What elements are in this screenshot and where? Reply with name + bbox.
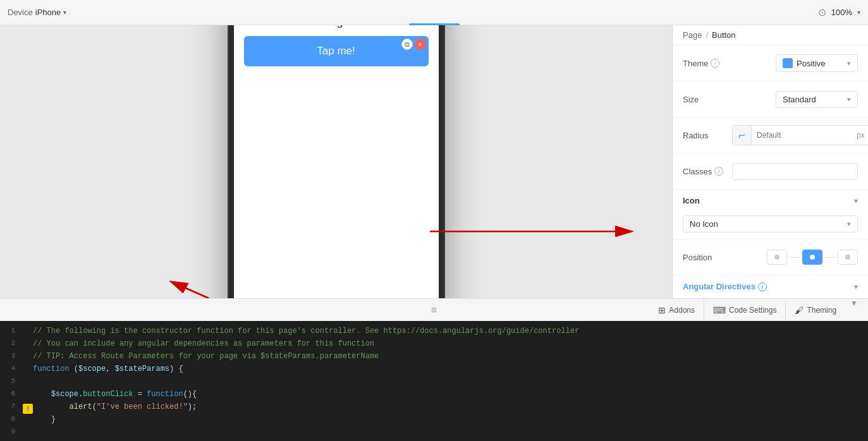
top-bar-right: ⊙ 100% ▾ <box>818 6 860 18</box>
classes-row: Classes i <box>683 160 858 183</box>
code-line-8: 8 } <box>0 414 868 427</box>
theme-value: Positive <box>797 59 826 68</box>
angular-collapse-icon[interactable]: ▾ <box>854 282 858 291</box>
code-line-9: 9 <box>0 427 868 440</box>
theme-control: Positive ▾ <box>732 54 858 72</box>
device-name: iPhone <box>35 8 61 17</box>
icon-dropdown-section: No Icon ▾ <box>673 209 868 239</box>
radius-row: Radius ⌐ px <box>683 124 858 147</box>
top-bar-center-indicator <box>409 0 460 25</box>
radius-label: Radius <box>683 131 727 140</box>
breadcrumb-current: Button <box>712 30 736 40</box>
angular-directives-header: Angular Directives i ▾ <box>673 275 868 296</box>
classes-info-icon[interactable]: i <box>714 167 723 176</box>
radius-section: Radius ⌐ px <box>673 118 868 154</box>
addons-button[interactable]: ⊞ Addons <box>649 299 704 322</box>
position-section: Position <box>673 239 868 275</box>
overlay-copy-button[interactable]: ⧉ <box>401 39 413 50</box>
addons-icon: ⊞ <box>658 305 666 315</box>
radius-corner-icon: ⌐ <box>733 126 752 145</box>
radius-field[interactable] <box>752 131 857 140</box>
icon-dropdown[interactable]: No Icon ▾ <box>683 215 858 233</box>
classes-section: Classes i <box>673 154 868 190</box>
icon-section-title: Icon <box>683 196 700 205</box>
zoom-level: 100% <box>831 8 852 17</box>
theme-dropdown[interactable]: Positive ▾ <box>776 54 858 72</box>
panel-breadcrumb: Page / Button <box>673 25 868 45</box>
size-section: Size Standard ▾ <box>673 82 868 118</box>
overlay-close-button[interactable]: × <box>415 39 426 50</box>
zoom-icon: ⊙ <box>818 6 826 18</box>
theme-label: Theme i <box>683 59 727 68</box>
breadcrumb-parent: Page <box>683 30 702 40</box>
tap-button-container: Tap me! ⧉ × <box>244 36 429 66</box>
position-left-dot <box>774 255 779 260</box>
main-area: ●●●●○ 📶 12:34 PM 100% Page Tap <box>0 25 868 298</box>
radius-control: ⌐ px <box>732 125 868 145</box>
right-panel: Page / Button Theme i Positive <box>672 25 868 298</box>
theme-info-icon[interactable]: i <box>711 59 719 68</box>
warning-icon: ! <box>23 404 33 414</box>
addons-label: Addons <box>669 306 695 315</box>
code-line-4: 4 function ($scope, $stateParams) { <box>0 364 868 377</box>
classes-label: Classes i <box>683 167 727 176</box>
position-center-dot <box>810 255 815 260</box>
size-value: Standard <box>783 95 816 104</box>
position-right-dot <box>845 255 850 260</box>
angular-directives-title: Angular Directives i <box>683 282 767 291</box>
position-center-button[interactable] <box>802 250 822 265</box>
theming-button[interactable]: 🖌 Theming <box>785 299 845 322</box>
position-label: Position <box>683 253 727 262</box>
iphone-screen: Page Tap me! ⧉ × <box>234 25 439 298</box>
position-separator-2 <box>825 257 835 258</box>
size-control: Standard ▾ <box>732 91 858 108</box>
code-settings-button[interactable]: ⌨ Code Settings <box>704 299 785 322</box>
code-line-7: 7 ! alert("I've been clicked!"); <box>0 402 868 414</box>
size-row: Size Standard ▾ <box>683 88 858 111</box>
icon-dropdown-arrow-icon: ▾ <box>847 220 851 228</box>
button-overlay-controls: ⧉ × <box>401 39 426 50</box>
classes-control <box>732 163 858 180</box>
position-separator <box>790 257 800 258</box>
position-controls <box>732 250 858 265</box>
theming-label: Theming <box>807 306 836 315</box>
toolbar-expand-icon[interactable]: ▼ <box>845 299 863 322</box>
theming-icon: 🖌 <box>795 305 804 315</box>
phone-page-title: Page <box>322 25 349 28</box>
device-label: Device <box>8 8 33 17</box>
device-chevron-icon: ▾ <box>63 9 66 16</box>
position-right-button[interactable] <box>838 250 858 265</box>
position-row: Position <box>683 246 858 269</box>
breadcrumb-separator: / <box>706 30 708 40</box>
size-dropdown-arrow-icon: ▾ <box>847 95 851 104</box>
classes-field[interactable] <box>732 163 858 180</box>
theme-color-dot <box>783 58 793 68</box>
radius-input-group: ⌐ px <box>732 125 868 145</box>
svg-line-4 <box>171 282 209 298</box>
angular-info-icon[interactable]: i <box>758 282 767 291</box>
resize-handle-icon: ≡ <box>431 305 437 316</box>
radius-unit: px <box>857 131 868 140</box>
code-settings-label: Code Settings <box>729 306 776 315</box>
code-line-6: 6 $scope.buttonClick = function(){ <box>0 389 868 402</box>
bottom-toolbar-wrapper: ≡ ⊞ Addons ⌨ Code Settings 🖌 Theming ▼ <box>0 298 868 321</box>
position-left-button[interactable] <box>767 250 787 265</box>
theme-dropdown-arrow-icon: ▾ <box>847 59 851 68</box>
code-line-1: 1 // The following is the constructor fu… <box>0 326 868 339</box>
code-line-3: 3 // TIP: Access Route Parameters for yo… <box>0 351 868 364</box>
code-settings-icon: ⌨ <box>713 305 726 315</box>
device-selector[interactable]: Device iPhone ▾ <box>8 8 66 17</box>
size-dropdown[interactable]: Standard ▾ <box>776 91 858 108</box>
icon-section-collapse-icon[interactable]: ▾ <box>854 196 858 205</box>
top-bar: Device iPhone ▾ ⊙ 100% ▾ <box>0 0 868 25</box>
theme-section: Theme i Positive ▾ <box>673 45 868 82</box>
size-label: Size <box>683 95 727 104</box>
zoom-dropdown-icon[interactable]: ▾ <box>857 9 860 16</box>
icon-section-header: Icon ▾ <box>673 190 868 209</box>
code-line-5: 5 <box>0 377 868 389</box>
canvas-area: ●●●●○ 📶 12:34 PM 100% Page Tap <box>0 25 672 298</box>
code-line-2: 2 // You can include any angular depende… <box>0 339 868 351</box>
theme-row: Theme i Positive ▾ <box>683 52 858 75</box>
code-panel: 1 // The following is the constructor fu… <box>0 321 868 441</box>
icon-value: No Icon <box>690 219 718 229</box>
